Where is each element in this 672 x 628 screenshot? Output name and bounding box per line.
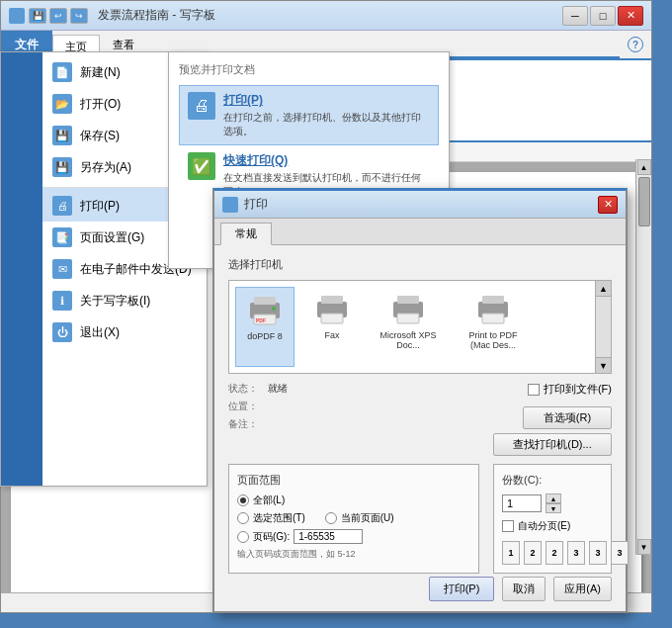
redo-quick-icon[interactable]: ↪ — [70, 8, 88, 24]
printer-pdf[interactable]: Print to PDF (Mac Des... — [455, 287, 532, 367]
scroll-down-button[interactable]: ▼ — [637, 539, 651, 555]
preferences-button[interactable]: 首选项(R) — [523, 406, 612, 429]
print-to-file-checkbox[interactable] — [528, 384, 540, 396]
svg-text:PDF: PDF — [256, 317, 266, 323]
pd-close-button[interactable]: ✕ — [598, 196, 618, 214]
pp-quickprint-icon: ✅ — [188, 152, 215, 180]
collate-page-2-1: 2 — [546, 541, 563, 565]
help-button[interactable]: ? — [628, 37, 643, 52]
scroll-track[interactable] — [637, 175, 651, 539]
status-row: 状态： 就绪 — [228, 382, 485, 396]
print-button[interactable]: 打印(P) — [429, 577, 495, 601]
file-menu-sidebar — [1, 52, 42, 486]
radio-pages-label: 页码(G): — [253, 530, 290, 544]
minimize-button[interactable]: ─ — [562, 6, 588, 26]
close-button[interactable]: ✕ — [618, 6, 643, 26]
pp-quickprint-title: 快速打印(Q) — [223, 152, 430, 169]
comment-row: 备注： — [228, 417, 485, 431]
pp-print-item[interactable]: 🖨 打印(P) 在打印之前，选择打印机、份数以及其他打印选项。 — [179, 85, 439, 145]
copies-input[interactable] — [502, 494, 542, 512]
print-to-file-row: 打印到文件(F) — [528, 382, 612, 397]
pd-tab-general[interactable]: 常规 — [220, 223, 272, 245]
copies-spin-up[interactable]: ▲ — [546, 493, 561, 503]
undo-quick-icon[interactable]: ↩ — [49, 8, 67, 24]
fm-exit-label: 退出(X) — [80, 324, 120, 341]
collate-checkbox[interactable] — [502, 520, 514, 532]
printer-pdf-svg — [474, 292, 512, 325]
radio-current-btn[interactable] — [325, 512, 337, 524]
copies-spinner: ▲ ▼ — [546, 493, 561, 513]
printer-fax[interactable]: Fax — [302, 287, 362, 367]
print-dialog-body: 选择打印机 PDF doPDF 8 — [214, 245, 626, 585]
printer-xps[interactable]: Microsoft XPS Doc... — [370, 287, 447, 367]
fm-exit[interactable]: ⏻ 退出(X) — [42, 316, 207, 348]
fm-pagesetup-label: 页面设置(G) — [80, 229, 144, 246]
page-range-copies: 页面范围 全部(L) 选定范围(T) 当前页面(U) — [228, 464, 612, 574]
save-icon: 💾 — [52, 126, 72, 145]
scroll-thumb[interactable] — [638, 177, 650, 226]
collate-page-3-2: 3 — [611, 541, 629, 565]
printer-fax-name: Fax — [324, 330, 339, 340]
printer-scroll-track — [596, 297, 611, 357]
status-column: 状态： 就绪 位置： 备注： — [228, 382, 485, 456]
radio-all: 全部(L) — [237, 493, 470, 507]
status-value: 就绪 — [268, 382, 485, 396]
radio-all-label: 全部(L) — [253, 493, 285, 507]
print-dialog: 打印 ✕ 常规 选择打印机 PDF — [212, 188, 628, 613]
svg-rect-10 — [397, 314, 419, 323]
svg-point-3 — [272, 307, 276, 311]
print-icon: 🖨 — [52, 196, 72, 216]
radio-selection-btn[interactable] — [237, 512, 249, 524]
copies-spin-down[interactable]: ▼ — [546, 503, 561, 513]
fm-saveas-label: 另存为(A) — [80, 159, 131, 176]
copies-box: 份数(C): ▲ ▼ 自动分页(E) 1 2 — [493, 464, 612, 574]
printer-buttons-column: 打印到文件(F) 首选项(R) 查找打印机(D)... — [493, 382, 612, 456]
pp-print-icon: 🖨 — [188, 92, 215, 120]
location-row: 位置： — [228, 400, 485, 413]
save-quick-icon[interactable]: 💾 — [29, 8, 46, 24]
copies-input-row: ▲ ▼ — [502, 493, 603, 513]
radio-pages-btn[interactable] — [237, 531, 249, 543]
apply-button[interactable]: 应用(A) — [553, 577, 612, 601]
new-icon: 📄 — [52, 62, 72, 82]
printer-list-container: PDF doPDF 8 Fax — [228, 280, 612, 374]
maximize-button[interactable]: □ — [590, 6, 616, 26]
window-title: 发票流程指南 - 写字板 — [98, 7, 215, 24]
printer-xps-svg — [389, 292, 427, 325]
radio-current: 当前页面(U) — [325, 511, 394, 525]
window-controls: ─ □ ✕ — [562, 6, 643, 26]
printer-fax-svg — [313, 292, 351, 325]
pd-title-text: 打印 — [244, 196, 268, 213]
pagesetup-icon: 📑 — [52, 227, 72, 247]
svg-rect-13 — [482, 314, 504, 323]
collate-page-1-2: 2 — [524, 541, 542, 565]
printer-dopdf[interactable]: PDF doPDF 8 — [235, 287, 294, 367]
comment-label: 备注： — [228, 417, 264, 431]
page-range-title: 页面范围 — [237, 473, 470, 488]
printer-scroll-up[interactable]: ▲ — [596, 281, 611, 297]
fm-open-label: 打开(O) — [80, 96, 121, 113]
radio-all-btn[interactable] — [237, 494, 249, 506]
find-printer-button[interactable]: 查找打印机(D)... — [493, 433, 612, 456]
open-icon: 📂 — [52, 94, 72, 114]
svg-rect-1 — [254, 297, 276, 305]
page-input[interactable] — [294, 529, 363, 544]
printer-pdf-icon — [473, 291, 513, 326]
quick-access-bar: 💾 ↩ ↪ — [29, 8, 88, 24]
svg-rect-6 — [321, 296, 343, 304]
collate-page-1-1: 1 — [502, 541, 520, 565]
collate-pages: 1 2 — [502, 541, 542, 565]
scroll-up-button[interactable]: ▲ — [637, 159, 651, 175]
print-dialog-bottom-buttons: 打印(P) 取消 应用(A) — [429, 577, 612, 601]
main-scrollbar: ▲ ▼ — [635, 159, 651, 555]
radio-selection-label: 选定范围(T) — [253, 511, 305, 525]
radio-selection: 选定范围(T) — [237, 511, 305, 525]
pd-title-icon — [222, 197, 238, 213]
fm-about[interactable]: ℹ 关于写字板(I) — [42, 285, 207, 316]
exit-icon: ⏻ — [52, 322, 72, 342]
cancel-button[interactable]: 取消 — [502, 577, 546, 601]
printer-scroll-down[interactable]: ▼ — [596, 357, 611, 373]
pp-print-desc: 在打印之前，选择打印机、份数以及其他打印选项。 — [223, 111, 430, 138]
status-label: 状态： — [228, 382, 264, 396]
printer-dopdf-icon: PDF — [245, 292, 285, 327]
